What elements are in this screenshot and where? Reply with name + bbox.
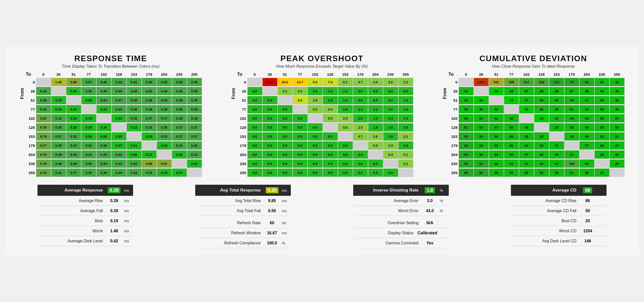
list-item: Display StatusCalibrated [353, 228, 449, 238]
col-header: 102 [308, 72, 323, 77]
matrix-cell: 47 [610, 141, 625, 150]
to-label-rt: To [26, 72, 36, 77]
matrix-cell: 0.57 [81, 78, 96, 86]
col-header: 204 [368, 72, 383, 77]
stats-row: Average Response0.39msAverage Rise0.39ms… [10, 185, 634, 248]
matrix-cell: 0.0 [383, 87, 398, 95]
matrix-cell: 0.39 [172, 96, 187, 104]
matrix-cell: 0.33 [81, 150, 96, 159]
stat-header-label: Inverse Ghosting Rate [353, 188, 421, 193]
matrix-cell: 0.0 [323, 159, 338, 168]
stat-item-label: Average Rise [37, 199, 105, 203]
matrix-cell: 28 [610, 159, 625, 168]
row-header: 102 [26, 116, 36, 121]
row-header: 26 [26, 89, 36, 93]
matrix-cell: 0.20 [111, 132, 127, 141]
col-header: 255 [398, 72, 413, 77]
cumulative-deviation-title: CUMULATIVE DEVIATION [479, 54, 587, 63]
stat-item-value: 43.0 [421, 208, 439, 214]
from-label-cd: From [442, 88, 448, 99]
rt-grid: 01.480.900.570.460.420.410.400.400.400.3… [26, 78, 202, 177]
matrix-cell: 0.0 [247, 96, 262, 104]
matrix-cell: 37 [519, 96, 534, 104]
list-item: Average Dark Level0.42ms [37, 236, 133, 246]
table-row: 2300.00.00.00.00.00.00.00.00.04.1 [237, 159, 413, 168]
stat-item-unit: % [439, 209, 449, 213]
table-row: 2040.780.390.350.330.320.310.280.220.260… [26, 150, 202, 159]
col-header: 179 [564, 72, 579, 77]
matrix-cell [398, 168, 413, 177]
matrix-cell: 0.0 [247, 168, 262, 177]
matrix-cell [293, 105, 308, 114]
matrix-cell: 0.76 [36, 159, 51, 168]
matrix-cell: 0.0 [323, 141, 338, 150]
list-item: Avg Total Fall0.55ms [195, 206, 291, 216]
col-header: 77 [293, 72, 308, 77]
stat-item-value: 0.39 [105, 198, 123, 204]
matrix-cell: 40 [579, 168, 594, 177]
row-header: 153 [237, 134, 247, 139]
matrix-cell: 48 [504, 141, 519, 150]
matrix-cell: 51 [610, 132, 625, 141]
matrix-cell: 2.0 [308, 87, 323, 95]
matrix-cell: 40 [504, 123, 519, 132]
matrix-cell: 0.32 [81, 141, 96, 150]
response-time-title: RESPONSE TIME [74, 54, 147, 63]
matrix-cell: 0.0 [323, 150, 338, 159]
table-row: 043.020.513.79.57.46.14.74.43.63.3 [237, 78, 413, 87]
matrix-cell: 47 [489, 123, 504, 132]
list-item: Best0.19ms [37, 216, 133, 226]
matrix-cell: 0.24 [157, 141, 172, 150]
matrix-cell: 1204 [474, 78, 489, 86]
cd-stats-block: Average CD68Average CD Rise86Average CD … [511, 185, 607, 248]
matrix-cell: 0.78 [36, 150, 51, 159]
matrix-cell: 0.41 [51, 168, 66, 177]
table-row: 01.480.900.570.460.420.410.400.400.400.3… [26, 78, 202, 87]
row-header: 128 [237, 125, 247, 130]
matrix-cell: 0.0 [293, 150, 308, 159]
list-item: Average Fall0.39ms [37, 206, 133, 216]
matrix-cell: 24 [534, 114, 549, 123]
stat-header-unit: ms [281, 188, 291, 193]
table-row: 25566625852505048414033 [449, 168, 625, 177]
matrix-cell: 47 [519, 150, 534, 159]
col-header: 230 [383, 72, 398, 77]
matrix-cell: 50 [610, 123, 625, 132]
list-item: Worst CD1204 [511, 226, 607, 236]
matrix-cell: 0.37 [51, 132, 66, 141]
matrix-cell: 1.2 [383, 105, 398, 114]
matrix-cell: 0.37 [187, 123, 202, 132]
matrix-cell: 1.8 [383, 123, 398, 132]
cumulative-deviation-subtitle: How Close Response Gets To Ideal Respons… [492, 64, 575, 69]
matrix-cell: 1.8 [398, 141, 413, 150]
matrix-cell: 0.98 [142, 159, 157, 168]
col-header: 102 [96, 72, 111, 77]
matrix-cell: 30 [519, 123, 534, 132]
matrix-cell: 50 [519, 168, 534, 177]
table-row: 1020.00.00.00.05.02.91.61.31.41.6 [237, 114, 413, 123]
matrix-cell: 0.38 [127, 96, 142, 104]
matrix-cell: 2.6 [323, 105, 338, 114]
matrix-cell: 0.38 [172, 114, 187, 123]
matrix-cell: 0.32 [36, 87, 51, 95]
po-col-headers: 0265177102128153179204230255 [247, 72, 413, 77]
stat-item-label: Average Fall [37, 209, 105, 213]
matrix-cell: 0.35 [51, 123, 66, 132]
table-row: 5152202437454848475046 [449, 96, 625, 105]
matrix-cell: 45 [534, 96, 549, 104]
matrix-cell: 1.8 [368, 123, 383, 132]
matrix-cell: 1.6 [398, 114, 413, 123]
matrix-cell: 0.36 [187, 141, 202, 150]
matrix-cell: 44 [519, 141, 534, 150]
matrix-cell: 0.34 [96, 96, 111, 104]
matrix-cell: 0.40 [96, 87, 111, 95]
matrix-cell: 3.3 [383, 141, 398, 150]
matrix-cell: 0.34 [96, 159, 111, 168]
matrix-cell: 0.20 [96, 123, 111, 132]
matrix-cell: 58 [489, 168, 504, 177]
table-row: 1790.770.390.340.320.300.270.210.240.340… [26, 141, 202, 150]
matrix-cell: 45 [504, 132, 519, 141]
matrix-cell: 1.9 [383, 132, 398, 141]
stat-header-value: 5.20 [263, 187, 281, 194]
matrix-cell: 44 [579, 132, 594, 141]
